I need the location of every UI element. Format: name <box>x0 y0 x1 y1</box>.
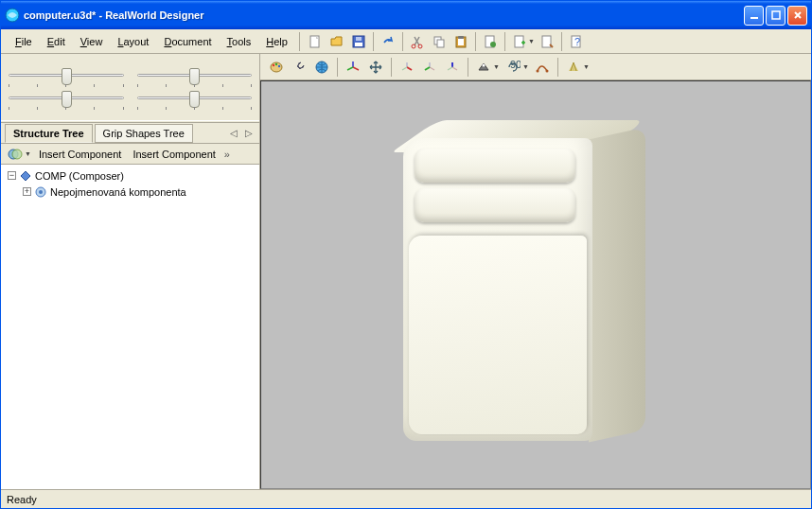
insert-component-1[interactable]: Insert Component <box>34 147 126 162</box>
slider-3[interactable] <box>7 89 126 110</box>
doc-add-button[interactable] <box>509 31 530 52</box>
collapse-icon[interactable]: − <box>8 171 16 180</box>
slider-1[interactable] <box>7 66 126 87</box>
slider-2[interactable] <box>135 66 255 87</box>
toolbar-separator <box>475 32 476 51</box>
3d-viewport[interactable] <box>260 80 811 489</box>
svg-text:90: 90 <box>510 60 521 70</box>
axis-x-button[interactable] <box>397 57 417 78</box>
axis-y-button[interactable] <box>419 57 440 78</box>
left-panel: Structure Tree Grip Shapes Tree ◁ ▷ ▼ In… <box>1 54 260 489</box>
tree-root-label: COMP (Composer) <box>35 170 124 182</box>
svg-point-25 <box>273 63 274 65</box>
svg-point-23 <box>39 190 43 194</box>
titlebar: computer.u3d* - RealWorld Designer <box>1 1 811 29</box>
menu-file[interactable]: File <box>9 33 39 50</box>
view-mode-button[interactable] <box>473 57 494 78</box>
toolbar-separator <box>557 58 558 77</box>
doc-tool-button[interactable] <box>537 31 557 52</box>
viewport-toolbar: ▼ 90 ▼ ▼ <box>260 54 811 80</box>
component-icon <box>34 185 47 199</box>
svg-rect-10 <box>437 40 444 47</box>
menubar: File Edit View Layout Document Tools Hel… <box>1 29 811 54</box>
rotate-90-button[interactable]: 90 <box>503 57 523 78</box>
svg-point-8 <box>418 44 422 48</box>
toolbar-separator <box>561 32 562 51</box>
tab-grip-shapes-tree[interactable]: Grip Shapes Tree <box>95 124 193 143</box>
menu-help[interactable]: Help <box>259 33 294 50</box>
copy-button[interactable] <box>429 31 450 52</box>
doc-action-button[interactable] <box>480 31 501 52</box>
globe-button[interactable] <box>311 57 332 78</box>
statusbar: Ready <box>1 489 811 508</box>
structure-tree[interactable]: − COMP (Composer) + Nepojmenovaná kompon… <box>1 165 259 489</box>
help-button[interactable]: ? <box>566 31 587 52</box>
svg-text:?: ? <box>574 36 580 47</box>
menu-layout[interactable]: Layout <box>111 33 155 50</box>
command-bar: ▼ Insert Component Insert Component » <box>1 144 259 165</box>
axis-z-button[interactable] <box>442 57 463 78</box>
svg-point-31 <box>536 69 538 72</box>
open-button[interactable] <box>327 31 347 52</box>
svg-rect-17 <box>542 36 551 47</box>
content-area: Structure Tree Grip Shapes Tree ◁ ▷ ▼ In… <box>1 54 811 489</box>
palette-button[interactable] <box>266 57 287 78</box>
render-style-button[interactable] <box>563 57 584 78</box>
sliders-panel <box>1 54 259 120</box>
menu-document[interactable]: Document <box>157 33 218 50</box>
svg-point-7 <box>412 44 415 48</box>
slider-4[interactable] <box>135 89 255 110</box>
menu-tools[interactable]: Tools <box>221 33 258 50</box>
tree-child-row[interactable]: + Nepojmenovaná komponenta <box>3 184 257 200</box>
menu-separator <box>299 32 300 51</box>
snap-button[interactable] <box>532 57 553 78</box>
app-icon <box>5 8 20 23</box>
menu-view[interactable]: View <box>74 33 110 50</box>
axes-xyz-button[interactable] <box>343 57 363 78</box>
maximize-button[interactable] <box>766 6 786 26</box>
svg-point-21 <box>12 149 22 159</box>
save-button[interactable] <box>348 31 369 52</box>
toolbar-separator <box>468 58 468 77</box>
undo-button[interactable] <box>378 31 398 52</box>
dropdown-arrow-icon[interactable]: ▼ <box>25 150 31 157</box>
new-button[interactable] <box>305 31 326 52</box>
svg-point-26 <box>275 62 277 64</box>
tab-nav: ◁ ▷ <box>227 127 256 140</box>
dropdown-arrow-icon[interactable]: ▼ <box>493 63 500 70</box>
window-title: computer.u3d* - RealWorld Designer <box>24 9 744 21</box>
svg-rect-6 <box>356 37 362 41</box>
svg-point-32 <box>545 69 548 72</box>
component-menu-button[interactable] <box>5 144 26 165</box>
tree-child-label: Nepojmenovaná komponenta <box>50 186 186 198</box>
menu-edit[interactable]: Edit <box>41 33 72 50</box>
tree-root-row[interactable]: − COMP (Composer) <box>3 167 257 184</box>
svg-rect-5 <box>355 43 362 46</box>
toolbar-separator <box>504 32 505 51</box>
cut-button[interactable] <box>407 31 428 52</box>
toolbar-separator <box>337 58 338 77</box>
insert-component-2[interactable]: Insert Component <box>128 147 220 162</box>
move-button[interactable] <box>365 57 386 78</box>
toolbar-separator <box>391 58 392 77</box>
tab-prev-button[interactable]: ◁ <box>227 127 240 140</box>
close-button[interactable] <box>787 6 807 26</box>
expand-icon[interactable]: + <box>23 187 31 196</box>
left-tabbar: Structure Tree Grip Shapes Tree ◁ ▷ <box>1 123 259 144</box>
minimize-button[interactable] <box>744 6 764 26</box>
svg-rect-2 <box>772 11 780 19</box>
tab-next-button[interactable]: ▷ <box>242 127 256 140</box>
svg-point-15 <box>490 42 496 47</box>
tab-structure-tree[interactable]: Structure Tree <box>5 124 93 143</box>
svg-rect-12 <box>458 39 464 45</box>
chevron-right-icon[interactable]: » <box>222 149 232 160</box>
dropdown-arrow-icon[interactable]: ▼ <box>583 63 590 70</box>
dropdown-arrow-icon[interactable]: ▼ <box>528 38 535 44</box>
model-computer-tower <box>403 124 687 483</box>
paste-button[interactable] <box>450 31 471 52</box>
dropdown-arrow-icon[interactable]: ▼ <box>522 63 529 70</box>
tool-wrench-button[interactable] <box>289 57 309 78</box>
status-text: Ready <box>7 494 37 505</box>
toolbar-separator <box>373 32 374 51</box>
menu-items: File Edit View Layout Document Tools Hel… <box>5 33 294 50</box>
